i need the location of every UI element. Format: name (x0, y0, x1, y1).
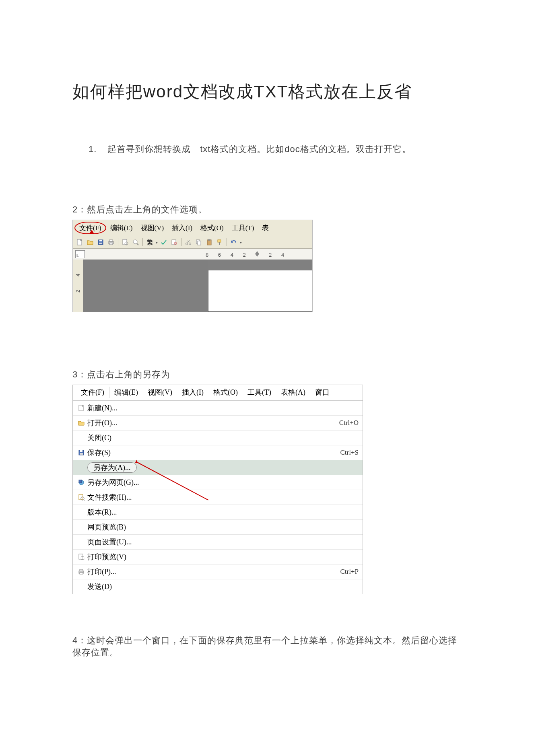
svg-rect-18 (198, 241, 201, 245)
vertical-ruler: 4 2 (73, 260, 83, 312)
svg-rect-21 (218, 240, 221, 242)
menu-item-print-preview[interactable]: 打印预览(V) (73, 550, 363, 564)
doc-margin (83, 260, 208, 312)
menu-item-versions[interactable]: 版本(R)... (73, 505, 363, 520)
step-1-num: 1. (89, 144, 105, 154)
print-preview-icon[interactable] (121, 238, 130, 247)
copy-icon[interactable] (194, 238, 203, 247)
menu-window[interactable]: 窗口 (310, 387, 334, 398)
svg-rect-6 (109, 243, 113, 245)
format-painter-icon[interactable] (215, 238, 224, 247)
svg-rect-5 (109, 240, 113, 241)
save-icon[interactable] (96, 238, 105, 247)
file-search-icon (75, 494, 87, 501)
menu-item-open[interactable]: 打开(O)... Ctrl+O (73, 416, 363, 431)
save-web-icon (75, 479, 87, 486)
menu-file[interactable]: 文件(F) (76, 387, 109, 398)
menu-edit[interactable]: 编辑(E) (106, 222, 137, 233)
menu-table[interactable]: 表格(A) (276, 387, 310, 398)
menu-item-web-preview[interactable]: 网页预览(B) (73, 520, 363, 535)
undo-icon[interactable] (229, 238, 238, 247)
step-1-text: 起首寻到你想转换成 txt格式的文档。比如doc格式的文档。双击打开它。 (107, 144, 411, 154)
toolbar-separator (181, 238, 181, 246)
indent-marker-icon[interactable] (255, 251, 259, 257)
menu-view[interactable]: 视图(V) (137, 222, 168, 233)
svg-rect-28 (79, 480, 82, 483)
traditional-chinese-icon[interactable]: 繁 (145, 238, 154, 247)
screenshot-file-menu: 文件(F) 编辑(E) 视图(V) 插入(I) 格式(O) 工具(T) 表格(A… (72, 385, 363, 594)
cut-icon[interactable] (184, 238, 193, 247)
document-area: 4 2 (73, 260, 312, 312)
ruler-numbers: 8 6 4 2 2 4 (202, 251, 288, 258)
screenshot-menubar: 文件(F) 编辑(E) 视图(V) 插入(I) 格式(O) 工具(T) 表 繁 … (72, 220, 313, 312)
open-folder-icon (75, 419, 87, 426)
step-1: 1. 起首寻到你想转换成 txt格式的文档。比如doc格式的文档。双击打开它。 (89, 143, 462, 155)
svg-rect-25 (80, 450, 82, 452)
svg-rect-2 (99, 240, 102, 241)
menu-item-save-as[interactable]: 另存为(A)... (73, 460, 363, 475)
svg-line-16 (186, 240, 190, 243)
menu-tools[interactable]: 工具(T) (243, 387, 276, 398)
svg-line-31 (84, 500, 85, 501)
menu-item-print[interactable]: 打印(P)... Ctrl+P (73, 564, 363, 579)
menu-view[interactable]: 视图(V) (143, 387, 177, 398)
toolbar-separator (142, 238, 143, 246)
svg-line-15 (187, 240, 190, 243)
word-toolbar: 繁 ▾ ▾ (73, 236, 312, 249)
svg-rect-26 (80, 453, 83, 455)
menu-item-page-setup[interactable]: 页面设置(U)... (73, 535, 363, 550)
toolbar-separator (118, 238, 118, 246)
menu-item-new[interactable]: 新建(N)... (73, 401, 363, 416)
svg-rect-20 (208, 239, 210, 241)
menu-item-send[interactable]: 发送(D) (73, 579, 363, 594)
svg-point-9 (133, 240, 137, 244)
ruler-corner: L (75, 250, 85, 258)
step-2: 2：然后点击左上角的文件选项。 (72, 204, 462, 216)
svg-rect-3 (99, 243, 102, 244)
new-doc-icon (75, 404, 87, 412)
svg-line-34 (84, 559, 85, 560)
step-4: 4：这时会弹出一个窗口，在下面的保存典范里有一个上拉菜单，你选择纯文本。然后留心… (72, 634, 462, 659)
print-icon (75, 568, 87, 575)
annotation-arrow-icon (89, 230, 94, 234)
print-icon[interactable] (107, 238, 115, 247)
highlight-pill: 另存为(A)... (87, 462, 137, 473)
print-preview-icon (75, 553, 87, 560)
menu-edit[interactable]: 编辑(E) (109, 387, 143, 398)
menu-format[interactable]: 格式(O) (208, 387, 243, 398)
file-menu-dropdown: 新建(N)... 打开(O)... Ctrl+O 关闭(C) 保存(S) Ctr… (73, 401, 363, 594)
menu-insert[interactable]: 插入(I) (177, 387, 208, 398)
new-doc-icon[interactable] (75, 238, 84, 247)
page-title: 如何样把word文档改成TXT格式放在上反省 (72, 80, 462, 103)
menu-table[interactable]: 表 (258, 222, 273, 233)
document-page: 如何样把word文档改成TXT格式放在上反省 1. 起首寻到你想转换成 txt格… (0, 0, 534, 756)
paste-icon[interactable] (205, 238, 214, 247)
save-icon (75, 449, 87, 456)
menu-insert[interactable]: 插入(I) (168, 222, 196, 233)
toolbar-separator (227, 238, 227, 246)
word-menubar-2: 文件(F) 编辑(E) 视图(V) 插入(I) 格式(O) 工具(T) 表格(A… (73, 385, 363, 401)
menu-item-save[interactable]: 保存(S) Ctrl+S (73, 445, 363, 460)
menu-item-close[interactable]: 关闭(C) (73, 431, 363, 445)
research-icon[interactable] (170, 238, 179, 247)
step-3: 3：点击右上角的另存为 (72, 369, 462, 381)
menu-item-file-search[interactable]: 文件搜索(H)... (73, 490, 363, 505)
svg-rect-36 (80, 569, 83, 571)
svg-point-14 (189, 243, 191, 245)
spellcheck-icon[interactable] (159, 238, 168, 247)
zoom-icon[interactable] (131, 238, 140, 247)
menu-format[interactable]: 格式(O) (196, 222, 228, 233)
svg-point-13 (186, 243, 188, 245)
word-menubar: 文件(F) 编辑(E) 视图(V) 插入(I) 格式(O) 工具(T) 表 (73, 220, 312, 236)
menu-tools[interactable]: 工具(T) (228, 222, 258, 233)
horizontal-ruler: L 8 6 4 2 2 4 (73, 249, 312, 260)
svg-rect-22 (219, 242, 220, 245)
menu-item-save-as-web[interactable]: 另存为网页(G)... (73, 475, 363, 490)
menu-file[interactable]: 文件(F) (74, 222, 106, 234)
open-icon[interactable] (86, 238, 95, 247)
doc-page (208, 270, 312, 312)
svg-rect-37 (80, 573, 83, 574)
svg-line-10 (137, 243, 138, 245)
